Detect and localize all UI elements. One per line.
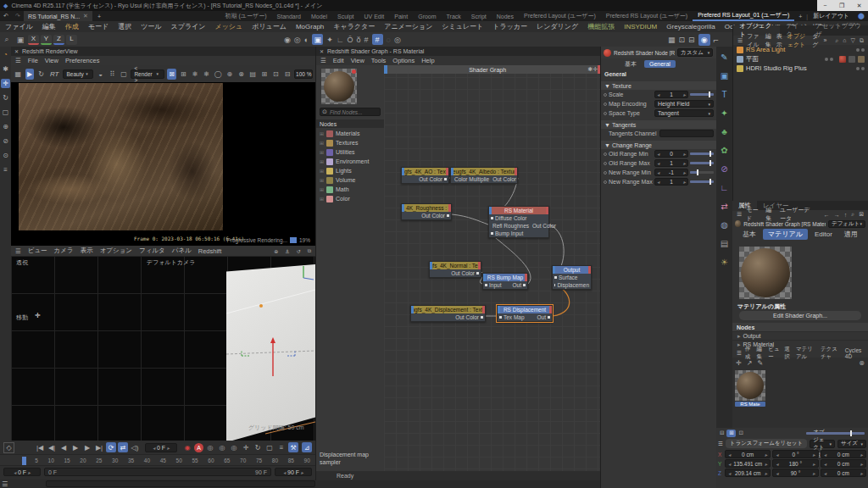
menu-item[interactable]: アニメーション — [384, 22, 432, 31]
mm-menu[interactable]: ビュー — [768, 346, 781, 361]
mm-menu[interactable]: マテリアル — [796, 346, 817, 361]
find-nodes-search[interactable]: ⊙ Find Nodes... — [320, 108, 381, 116]
key-scale-icon[interactable]: ◎ — [229, 442, 239, 452]
shadergraph-canvas[interactable]: eugfs_4K_AO : Textur Out Color eugfs_4K_… — [384, 65, 601, 471]
rotate-tool-icon[interactable]: ↻ — [1, 93, 10, 103]
new-range-min-slider[interactable] — [690, 171, 714, 174]
layout-grid-icon[interactable]: ⊞ — [726, 430, 736, 437]
menu-item[interactable]: キャラクター — [333, 22, 375, 31]
crop-icon[interactable]: ▢ — [120, 69, 129, 80]
sound-icon[interactable]: ◁) — [130, 442, 140, 452]
camera-object-icon[interactable]: ▤ — [719, 238, 730, 249]
tab-am-assign[interactable]: 適用 — [839, 229, 863, 240]
in-port[interactable] — [485, 284, 487, 286]
focus-picker-icon[interactable]: ⊕ — [225, 69, 235, 80]
layout-list-icon[interactable]: ⊟ — [720, 430, 724, 436]
play-mode-icon[interactable]: ⇄ — [118, 442, 128, 452]
category-math[interactable]: ⊞Math — [316, 185, 384, 194]
compare-icon[interactable]: ◯ — [214, 69, 223, 80]
new-document-tab-button[interactable]: + — [92, 14, 106, 19]
expand-icon[interactable]: ⊞ — [320, 186, 324, 192]
history-icon[interactable]: ≡ — [1, 165, 10, 175]
panel-menu-icon[interactable]: ☰ — [737, 211, 742, 218]
up-icon[interactable]: ↑ — [844, 212, 848, 218]
goto-end-icon[interactable]: ▶| — [94, 442, 104, 452]
new-range-max-field[interactable]: ◂1▸ — [654, 178, 688, 186]
x-lock-icon[interactable]: ⊕ — [1, 122, 10, 131]
layout-toggle[interactable]: ⬤ — [854, 13, 868, 19]
prev-key-icon[interactable]: ◀| — [47, 442, 57, 452]
expand-icon[interactable]: ⊞ — [320, 177, 324, 183]
layout-tab[interactable]: UV Edit — [359, 14, 389, 19]
om-menu[interactable]: タグ — [812, 32, 819, 49]
command-input[interactable] — [46, 480, 315, 487]
node-ao-texture[interactable]: eugfs_4K_AO : Textur Out Color — [401, 167, 449, 184]
rt-toggle[interactable]: RT — [50, 70, 59, 78]
ui-scale-slider[interactable] — [806, 432, 865, 435]
out-port[interactable] — [523, 284, 526, 286]
layout-tab[interactable]: Nodes — [492, 14, 519, 19]
mode-points-icon[interactable]: ▣ — [312, 34, 323, 45]
panel-menu-icon[interactable]: ☰ — [718, 441, 723, 447]
subdivision-icon[interactable]: ✦ — [719, 108, 730, 119]
close-button[interactable]: ✕ — [857, 3, 862, 9]
next-frame-icon[interactable]: ▶ — [82, 442, 92, 452]
old-range-min-field[interactable]: ◂0▸ — [654, 150, 688, 158]
lock-icon[interactable]: ⊠ — [859, 211, 864, 218]
category-volume[interactable]: ⊞Volume — [316, 175, 384, 185]
axis-l-button[interactable]: L — [66, 35, 77, 45]
expand-icon[interactable]: ⊞ — [320, 130, 324, 136]
menu-item[interactable]: 選択 — [118, 22, 131, 31]
expand-icon[interactable]: ⊞ — [320, 140, 324, 146]
menu-item[interactable]: スプライン — [171, 22, 206, 31]
layout-tab[interactable]: Track — [442, 14, 466, 19]
rot-z-field[interactable]: ◂90 °▸ — [772, 469, 818, 477]
expand-icon[interactable]: ⊞ — [320, 196, 324, 202]
pen-tool-icon[interactable]: ✎ — [719, 52, 730, 63]
render-view-icon[interactable]: ▦ — [668, 36, 676, 44]
expand-icon[interactable]: ⊞ — [320, 168, 324, 174]
node-displacement-texture[interactable]: eugfs_4K_Displacement : Textur Out Color — [410, 305, 486, 322]
image-icon[interactable]: ▤ — [248, 69, 258, 80]
expand-icon[interactable]: ⊞ — [320, 158, 324, 164]
scale-tool-icon[interactable]: ▢ — [1, 108, 10, 117]
anim-dot[interactable] — [604, 152, 607, 156]
node-rs-displacement[interactable]: RS Displacement Tex MapOut — [497, 305, 553, 322]
menu-item[interactable]: トラッカー — [492, 22, 527, 31]
document-tab[interactable]: RS Tutorial_RS N... ✕ — [24, 11, 92, 21]
node-rs-bump-map[interactable]: RS Bump Map InputOut — [482, 273, 528, 290]
layout-tab[interactable]: Groom — [413, 14, 441, 19]
viewport-undo-icon[interactable]: ↺ — [297, 248, 301, 254]
move-tool-icon[interactable]: ✛ — [1, 79, 10, 88]
keyframe-diamond-icon[interactable]: ◇ — [3, 442, 14, 453]
vp-menu[interactable]: パネル — [172, 247, 192, 255]
rot-y-field[interactable]: ◂180 °▸ — [772, 459, 818, 468]
mode-texture-icon[interactable]: ◐ — [304, 36, 309, 44]
tab-am-material[interactable]: マテリアル — [763, 229, 808, 240]
undo-icon[interactable]: ↶ — [0, 13, 12, 19]
map-encoding-dropdown[interactable]: Height Field▾ — [654, 100, 714, 108]
reset-transform-button[interactable]: トランスフォームをリセット — [726, 439, 807, 448]
axis-helper-icon[interactable]: ∟ — [719, 182, 730, 193]
unpin-icon[interactable]: ✕ — [14, 48, 19, 54]
node-roughness-texture[interactable]: eugfs_4K_Roughness : Textur Out Color — [401, 203, 452, 220]
globe-icon[interactable]: ◍ — [719, 219, 730, 230]
panel-menu-icon[interactable]: ☰ — [2, 480, 8, 488]
vp-menu[interactable]: 表示 — [81, 247, 93, 255]
panel-menu-icon[interactable]: ☰ — [15, 57, 21, 64]
layout-tab[interactable]: Model — [306, 14, 332, 19]
menu-item[interactable]: 作成 — [65, 22, 79, 31]
material-thumbnail[interactable] — [735, 370, 765, 401]
new-range-min-field[interactable]: ◂-1▸ — [654, 169, 688, 176]
range-end-field[interactable]: ◂90 F▸ — [275, 468, 312, 476]
node-list-output[interactable]: ▸Output — [732, 331, 868, 340]
menu-item[interactable]: Greyscalegorilla — [666, 23, 715, 30]
anim-dot[interactable] — [604, 103, 607, 106]
current-frame-field[interactable]: ◂0 F▸ — [145, 443, 177, 452]
z-lock-icon[interactable]: ⊙ — [1, 151, 10, 160]
vp-menu[interactable]: オプション — [100, 247, 132, 255]
om-menu[interactable]: オブジェクト — [787, 32, 809, 49]
node-albedo-texture[interactable]: eugfs_4K_Albedo : Textur Color Multiplie… — [450, 167, 518, 184]
lock-render-icon[interactable]: ⊠ — [167, 69, 176, 80]
panel-menu-icon[interactable]: ☰ — [320, 57, 326, 64]
